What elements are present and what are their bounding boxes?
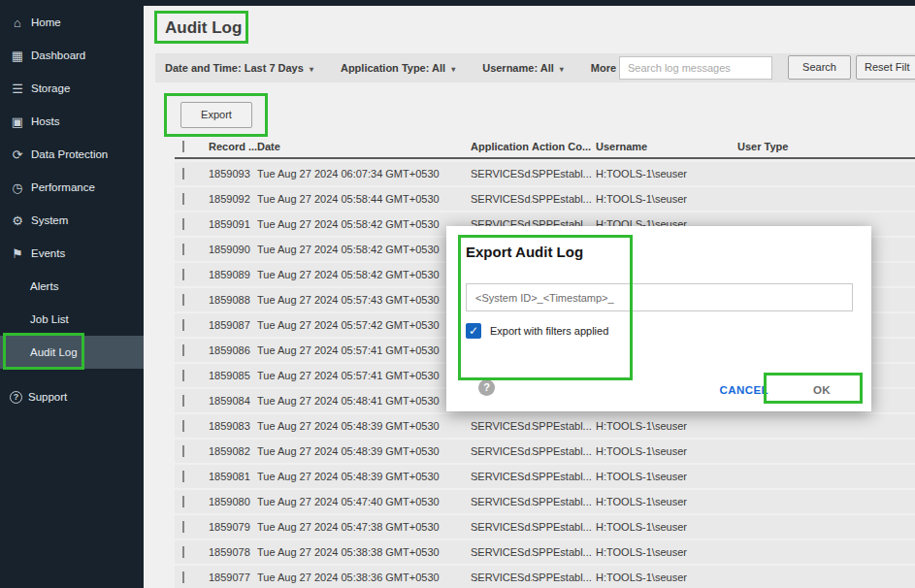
col-date[interactable]: Date bbox=[257, 141, 471, 152]
sidebar-item-data-protection[interactable]: ⟳ Data Protection bbox=[0, 138, 144, 171]
table-row: 1859078 Tue Aug 27 2024 05:38:38 GMT+053… bbox=[175, 540, 915, 564]
row-checkbox[interactable] bbox=[182, 319, 184, 331]
flag-icon: ⚑ bbox=[10, 246, 25, 261]
cell-date: Tue Aug 27 2024 05:57:41 GMT+0530 bbox=[257, 370, 471, 381]
cell-record-id: 1859083 bbox=[209, 420, 257, 432]
cell-date: Tue Aug 27 2024 05:48:39 GMT+0530 bbox=[257, 445, 471, 457]
cell-date: Tue Aug 27 2024 05:48:39 GMT+0530 bbox=[257, 420, 471, 432]
ok-button[interactable]: OK bbox=[813, 384, 831, 396]
cell-date: Tue Aug 27 2024 05:57:42 GMT+0530 bbox=[257, 319, 471, 331]
sidebar-item-label: Job List bbox=[30, 313, 69, 325]
cell-record-id: 1859079 bbox=[209, 521, 257, 533]
cell-record-id: 1859082 bbox=[209, 445, 257, 457]
sidebar-item-label: Hosts bbox=[31, 115, 59, 127]
row-checkbox[interactable] bbox=[182, 496, 184, 507]
sidebar-item-label: Dashboard bbox=[31, 49, 85, 61]
cell-action-code: SPPEstabl... bbox=[532, 546, 596, 558]
cell-date: Tue Aug 27 2024 05:47:40 GMT+0530 bbox=[257, 496, 471, 507]
export-filters-label: Export with filters applied bbox=[490, 325, 608, 337]
modal-actions: CANCEL OK bbox=[720, 384, 831, 396]
gauge-icon: ◷ bbox=[10, 180, 25, 195]
sidebar-item-dashboard[interactable]: ▦ Dashboard bbox=[0, 39, 144, 72]
cell-record-id: 1859092 bbox=[209, 193, 257, 205]
row-checkbox[interactable] bbox=[182, 521, 184, 533]
table-row: 1859082 Tue Aug 27 2024 05:48:39 GMT+053… bbox=[175, 440, 915, 463]
row-checkbox[interactable] bbox=[182, 471, 184, 482]
cell-date: Tue Aug 27 2024 05:48:39 GMT+0530 bbox=[257, 471, 471, 482]
row-checkbox[interactable] bbox=[182, 395, 184, 407]
filter-dropdown[interactable]: Username: All bbox=[482, 62, 564, 74]
sidebar-item-system[interactable]: ⚙ System bbox=[0, 204, 144, 237]
row-checkbox[interactable] bbox=[182, 218, 184, 230]
col-action-code[interactable]: Action Co... bbox=[532, 141, 596, 152]
search-button[interactable]: Search bbox=[788, 55, 851, 80]
cell-action-code: SPPEstabl... bbox=[532, 420, 596, 432]
audit-log-screen: ⌂ Home ▦ Dashboard ☰ Storage ▣ Hosts ⟳ D… bbox=[0, 0, 915, 588]
row-checkbox[interactable] bbox=[182, 168, 184, 180]
hosts-icon: ▣ bbox=[10, 114, 25, 129]
cell-action-code: SPPEstabl... bbox=[532, 168, 596, 180]
cell-action-code: SPPEstabl... bbox=[532, 445, 596, 457]
search-input[interactable] bbox=[619, 56, 772, 80]
filter-dropdown[interactable]: Application Type: All bbox=[341, 62, 455, 74]
export-filters-checkbox[interactable]: ✓ bbox=[466, 323, 481, 339]
support-icon: ? bbox=[10, 391, 22, 404]
cell-record-id: 1859078 bbox=[209, 546, 257, 558]
row-checkbox[interactable] bbox=[182, 572, 184, 583]
table-row: 1859077 Tue Aug 27 2024 05:38:36 GMT+053… bbox=[175, 566, 915, 588]
filter-dropdown-label: Date and Time: Last 7 Days bbox=[165, 62, 304, 74]
cell-application: SERVICESd... bbox=[471, 471, 532, 482]
sidebar-item-alerts[interactable]: Alerts bbox=[0, 270, 144, 303]
home-icon: ⌂ bbox=[10, 16, 25, 30]
sidebar-item-performance[interactable]: ◷ Performance bbox=[0, 171, 144, 204]
sidebar-item-events[interactable]: ⚑ Events bbox=[0, 237, 144, 270]
cell-username: H:TOOLS-1\seuser bbox=[596, 471, 737, 482]
row-checkbox[interactable] bbox=[182, 344, 184, 356]
cell-username: H:TOOLS-1\seuser bbox=[596, 546, 737, 558]
cell-record-id: 1859088 bbox=[209, 294, 257, 306]
cell-username: H:TOOLS-1\seuser bbox=[596, 168, 737, 180]
col-username[interactable]: Username bbox=[596, 141, 737, 152]
table-header: Record ... Date Application Action Co...… bbox=[175, 135, 915, 159]
filter-dropdown[interactable]: Date and Time: Last 7 Days bbox=[165, 62, 313, 74]
cell-application: SERVICESd... bbox=[471, 572, 532, 583]
sidebar-item-job-list[interactable]: Job List bbox=[0, 303, 144, 336]
export-filename-input[interactable] bbox=[466, 283, 853, 311]
row-checkbox[interactable] bbox=[182, 546, 184, 558]
row-checkbox[interactable] bbox=[182, 420, 184, 432]
select-all-checkbox[interactable] bbox=[182, 141, 184, 152]
cell-application: SERVICESd... bbox=[471, 521, 532, 533]
row-checkbox[interactable] bbox=[182, 193, 184, 205]
row-checkbox[interactable] bbox=[182, 445, 184, 457]
sidebar-item-hosts[interactable]: ▣ Hosts bbox=[0, 105, 144, 138]
help-icon[interactable]: ? bbox=[478, 379, 495, 396]
col-record-id[interactable]: Record ... bbox=[209, 141, 257, 152]
sidebar-item-home[interactable]: ⌂ Home bbox=[0, 6, 144, 39]
export-button[interactable]: Export bbox=[180, 102, 252, 128]
row-checkbox[interactable] bbox=[182, 269, 184, 280]
table-row: 1859079 Tue Aug 27 2024 05:47:38 GMT+053… bbox=[175, 515, 915, 539]
cell-date: Tue Aug 27 2024 05:48:41 GMT+0530 bbox=[257, 395, 471, 407]
row-checkbox[interactable] bbox=[182, 370, 184, 381]
cell-username: H:TOOLS-1\seuser bbox=[596, 521, 737, 533]
col-application[interactable]: Application bbox=[471, 141, 532, 152]
page-title: Audit Log bbox=[165, 18, 242, 38]
sidebar-item-label: System bbox=[31, 214, 68, 226]
table-row: 1859081 Tue Aug 27 2024 05:48:39 GMT+053… bbox=[175, 465, 915, 488]
export-modal: Export Audit Log ✓ Export with filters a… bbox=[446, 226, 871, 411]
row-checkbox[interactable] bbox=[182, 244, 184, 255]
sidebar-item-support[interactable]: ? Support bbox=[0, 380, 144, 413]
row-checkbox[interactable] bbox=[182, 294, 184, 306]
modal-title: Export Audit Log bbox=[466, 244, 583, 260]
sidebar-item-audit-log[interactable]: Audit Log bbox=[0, 336, 144, 369]
cell-application: SERVICESd... bbox=[471, 445, 532, 457]
cell-action-code: SPPEstabl... bbox=[532, 496, 596, 507]
cancel-button[interactable]: CANCEL bbox=[720, 384, 768, 396]
dashboard-icon: ▦ bbox=[10, 49, 25, 63]
sidebar-item-storage[interactable]: ☰ Storage bbox=[0, 72, 144, 105]
reset-filters-button[interactable]: Reset Filt bbox=[856, 55, 915, 80]
top-strip bbox=[0, 0, 915, 6]
col-user-type[interactable]: User Type bbox=[737, 141, 915, 152]
cell-date: Tue Aug 27 2024 05:57:43 GMT+0530 bbox=[257, 294, 471, 306]
table-row: 1859083 Tue Aug 27 2024 05:48:39 GMT+053… bbox=[175, 414, 915, 438]
